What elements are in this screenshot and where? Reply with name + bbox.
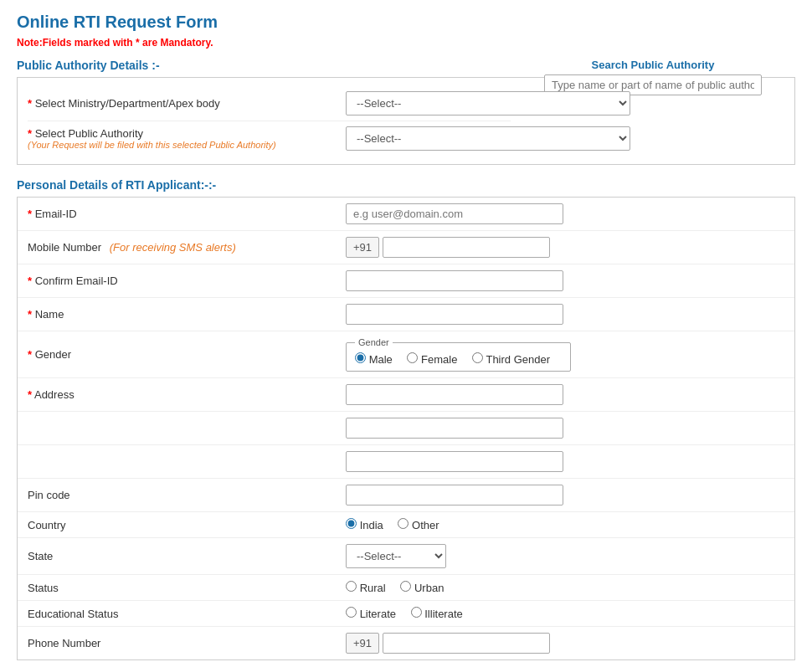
pincode-row: Pin code bbox=[18, 479, 794, 512]
public-authority-select[interactable]: --Select-- bbox=[346, 126, 630, 151]
gender-third-radio[interactable] bbox=[472, 352, 483, 363]
ministry-row: * Select Ministry/Department/Apex body -… bbox=[28, 86, 511, 121]
status-urban-label[interactable]: Urban bbox=[400, 582, 444, 594]
state-label: State bbox=[28, 550, 346, 562]
country-india-label[interactable]: India bbox=[346, 519, 386, 531]
name-label: * Name bbox=[28, 308, 346, 321]
search-public-authority-block: Search Public Authority bbox=[511, 59, 795, 95]
ministry-select-wrap: --Select-- bbox=[346, 91, 630, 115]
state-select[interactable]: --Select-- bbox=[346, 544, 446, 568]
email-label: * Email-ID bbox=[28, 208, 346, 220]
phone-wrap: +91 bbox=[346, 633, 784, 654]
confirm-email-input[interactable] bbox=[346, 270, 563, 291]
mobile-prefix: +91 bbox=[346, 237, 379, 258]
ministry-select[interactable]: --Select-- bbox=[346, 91, 630, 115]
mobile-phone-wrap: +91 bbox=[346, 237, 784, 258]
status-rural-radio[interactable] bbox=[346, 581, 357, 592]
educational-status-row: Educational Status Literate Illiterate bbox=[18, 601, 794, 627]
status-row: Status Rural Urban bbox=[18, 575, 794, 601]
phone-prefix: +91 bbox=[346, 633, 379, 654]
mandatory-note: Note:Fields marked with * are Mandatory. bbox=[17, 37, 795, 49]
country-india-radio[interactable] bbox=[346, 518, 357, 529]
address-label: * Address bbox=[28, 388, 346, 401]
status-urban-radio[interactable] bbox=[400, 581, 411, 592]
confirm-email-label: * Confirm Email-ID bbox=[28, 275, 346, 287]
mobile-input[interactable] bbox=[383, 237, 550, 258]
status-rural-label[interactable]: Rural bbox=[346, 582, 388, 594]
address-row-1: * Address bbox=[18, 378, 794, 412]
name-row: * Name bbox=[18, 298, 794, 331]
country-label: Country bbox=[28, 519, 346, 531]
mobile-input-wrap: +91 bbox=[346, 237, 784, 258]
name-input[interactable] bbox=[346, 304, 563, 325]
address-input-1[interactable] bbox=[346, 384, 563, 405]
gender-female-radio[interactable] bbox=[407, 352, 418, 363]
gender-male-radio[interactable] bbox=[355, 352, 366, 363]
email-row: * Email-ID bbox=[18, 198, 794, 231]
pincode-input[interactable] bbox=[346, 485, 563, 505]
address-input-3[interactable] bbox=[346, 451, 563, 472]
phone-input[interactable] bbox=[383, 633, 550, 654]
search-pa-label: Search Public Authority bbox=[511, 59, 795, 71]
edu-illiterate-radio[interactable] bbox=[411, 607, 422, 618]
personal-section: * Email-ID Mobile Number (For receiving … bbox=[17, 197, 795, 660]
country-other-label[interactable]: Other bbox=[398, 519, 439, 531]
gender-third-label[interactable]: Third Gender bbox=[472, 353, 550, 366]
edu-literate-radio[interactable] bbox=[346, 607, 357, 618]
personal-section-header: Personal Details of RTI Applicant:-:- bbox=[17, 172, 795, 197]
address-row-2 bbox=[18, 412, 794, 445]
public-authority-label: * Select Public Authority (Your Request … bbox=[28, 127, 346, 150]
gender-label: * Gender bbox=[28, 348, 346, 361]
gender-female-label[interactable]: Female bbox=[407, 353, 460, 366]
public-authority-select-wrap: --Select-- bbox=[346, 126, 784, 151]
pincode-label: Pin code bbox=[28, 489, 346, 501]
mobile-label: Mobile Number (For receiving SMS alerts) bbox=[28, 241, 346, 254]
gender-fieldset: Gender Male Female Third Gender bbox=[346, 337, 571, 372]
address-row-3 bbox=[18, 445, 794, 479]
gender-row: * Gender Gender Male Female Third Gender bbox=[18, 331, 794, 378]
page-title: Online RTI Request Form bbox=[17, 13, 795, 32]
public-authority-row: * Select Public Authority (Your Request … bbox=[28, 121, 784, 156]
state-row: State --Select-- bbox=[18, 538, 794, 575]
educational-status-label: Educational Status bbox=[28, 608, 346, 620]
country-other-radio[interactable] bbox=[398, 518, 409, 529]
email-input[interactable] bbox=[346, 203, 563, 224]
phone-label: Phone Number bbox=[28, 637, 346, 649]
email-input-wrap bbox=[346, 203, 784, 224]
country-row: Country India Other bbox=[18, 512, 794, 538]
status-label: Status bbox=[28, 582, 346, 594]
gender-male-label[interactable]: Male bbox=[355, 353, 395, 366]
confirm-email-row: * Confirm Email-ID bbox=[18, 264, 794, 298]
edu-literate-label[interactable]: Literate bbox=[346, 608, 399, 620]
phone-row: Phone Number +91 bbox=[18, 627, 794, 659]
gender-legend: Gender bbox=[355, 337, 393, 347]
mobile-row: Mobile Number (For receiving SMS alerts)… bbox=[18, 231, 794, 264]
address-input-2[interactable] bbox=[346, 418, 563, 439]
ministry-label: * Select Ministry/Department/Apex body bbox=[28, 97, 346, 110]
edu-illiterate-label[interactable]: Illiterate bbox=[411, 608, 463, 620]
